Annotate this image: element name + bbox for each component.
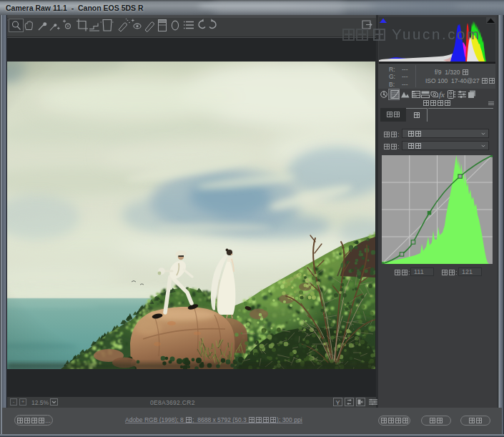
svg-text:fx: fx	[439, 90, 445, 99]
